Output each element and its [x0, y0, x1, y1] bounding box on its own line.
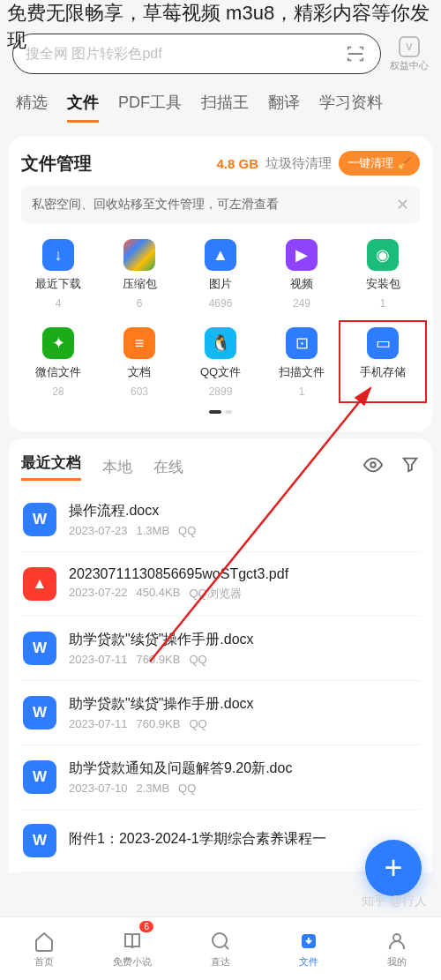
file-count: 603	[131, 385, 148, 398]
file-manage-card: 文件管理 4.8 GB 垃圾待清理 一键清理 🧹 私密空间、回收站移至文件管理，…	[9, 137, 432, 431]
file-item-手机存储[interactable]: ▭手机存储	[346, 327, 420, 398]
filter-icon[interactable]	[400, 455, 420, 478]
doc-name: 附件1：2023-2024-1学期综合素养课程一	[69, 830, 418, 849]
notice-bar: 私密空间、回收站移至文件管理，可左滑查看 ✕	[21, 186, 420, 223]
file-name: 图片	[209, 276, 232, 292]
file-name: 文档	[128, 364, 151, 380]
nav-首页[interactable]: 首页	[0, 917, 88, 980]
doc-name: 助学贷款通知及问题解答9.20新.doc	[69, 759, 418, 778]
doc-meta: 2023-07-102.3MBQQ	[69, 782, 418, 795]
nav-label: 我的	[387, 955, 407, 969]
nav-免费小说[interactable]: 免费小说6	[88, 917, 176, 980]
doc-name: 操作流程.docx	[69, 502, 418, 520]
file-name: QQ文件	[200, 364, 241, 380]
card-title: 文件管理	[21, 152, 92, 176]
file-item-视频[interactable]: ▶视频249	[265, 239, 339, 310]
doc-item[interactable]: W助学贷款通知及问题解答9.20新.doc2023-07-102.3MBQQ	[21, 745, 420, 810]
doc-name: 助学贷款"续贷"操作手册.docx	[69, 695, 418, 714]
tab-精选[interactable]: 精选	[16, 92, 48, 123]
doc-meta: 2023-07-231.3MBQQ	[69, 524, 418, 537]
file-item-QQ文件[interactable]: 🐧QQ文件2899	[183, 327, 258, 398]
doc-tabs: 最近文档本地在线	[21, 453, 420, 481]
doc-item[interactable]: W附件1：2023-2024-1学期综合素养课程一	[21, 810, 420, 872]
file-count: 6	[137, 297, 143, 310]
doc-type-icon: ▲	[23, 567, 56, 601]
file-name: 安装包	[366, 276, 400, 292]
junk-text: 垃圾待清理	[265, 155, 332, 172]
doc-tools	[363, 455, 420, 478]
file-name: 视频	[290, 276, 313, 292]
nav-文件[interactable]: 文件	[265, 917, 353, 980]
file-item-最近下载[interactable]: ↓最近下载4	[21, 239, 95, 310]
nav-直达[interactable]: 直达	[176, 917, 265, 980]
doc-type-icon: W	[23, 503, 56, 536]
doc-name: 20230711130856695woSTgct3.pdf	[69, 566, 418, 582]
tab-扫描王[interactable]: 扫描王	[201, 92, 249, 123]
doc-meta: 2023-07-11760.9KBQQ	[69, 717, 418, 730]
file-icon: ▶	[286, 239, 318, 271]
clean-button[interactable]: 一键清理 🧹	[339, 151, 420, 176]
doc-type-icon: W	[23, 696, 56, 729]
pager-dots	[21, 410, 420, 414]
fab-add-button[interactable]: +	[365, 840, 422, 896]
notice-text: 私密空间、回收站移至文件管理，可左滑查看	[32, 197, 279, 213]
tab-PDF工具[interactable]: PDF工具	[118, 92, 182, 123]
bottom-nav: 首页免费小说6直达文件我的	[0, 916, 441, 980]
dot-inactive	[225, 410, 232, 414]
file-count: 2899	[209, 385, 233, 398]
tab-学习资料[interactable]: 学习资料	[319, 92, 383, 123]
doc-item[interactable]: W操作流程.docx2023-07-231.3MBQQ	[21, 488, 420, 552]
file-item-扫描文件[interactable]: ⊡扫描文件1	[265, 327, 339, 398]
file-icon: ✦	[42, 327, 74, 359]
file-item-图片[interactable]: ▲图片4696	[183, 239, 258, 310]
svg-point-1	[370, 462, 376, 468]
home-icon	[33, 930, 56, 953]
file-count: 4696	[209, 297, 233, 310]
tab-文件[interactable]: 文件	[67, 92, 99, 123]
overlay-title: 免费无限畅享，草莓视频 m3u8，精彩内容等你发现	[7, 0, 434, 55]
svg-point-2	[213, 933, 227, 947]
watermark: 知乎 @行人	[362, 894, 427, 909]
file-icon: ⊡	[286, 327, 318, 359]
file-name: 压缩包	[123, 276, 157, 292]
svg-point-4	[393, 934, 400, 941]
file-icon: ↓	[42, 239, 74, 271]
file-icon: ◉	[367, 239, 399, 271]
file-icon: 🐧	[205, 327, 236, 359]
file-count: 1	[299, 385, 305, 398]
download-icon	[297, 930, 320, 953]
doc-section: 最近文档本地在线 W操作流程.docx2023-07-231.3MBQQ▲202…	[9, 438, 432, 872]
nav-label: 免费小说	[113, 955, 152, 969]
book-icon	[121, 930, 144, 953]
file-grid: ↓最近下载4压缩包6▲图片4696▶视频249◉安装包1✦微信文件28≡文档60…	[21, 239, 420, 398]
doc-tab-在线[interactable]: 在线	[153, 457, 183, 477]
file-count: 249	[293, 297, 310, 310]
highlight-box	[339, 320, 427, 403]
file-icon	[123, 239, 155, 271]
doc-meta: 2023-07-11760.9KBQQ	[69, 653, 418, 666]
doc-item[interactable]: W助学贷款"续贷"操作手册.docx2023-07-11760.9KBQQ	[21, 681, 420, 745]
rights-label: 权益中心	[390, 59, 429, 72]
doc-item[interactable]: ▲20230711130856695woSTgct3.pdf2023-07-22…	[21, 552, 420, 617]
nav-label: 文件	[299, 955, 318, 969]
doc-tab-本地[interactable]: 本地	[102, 457, 132, 477]
file-item-文档[interactable]: ≡文档603	[102, 327, 176, 398]
main-tabs: 精选文件PDF工具扫描王翻译学习资料	[0, 81, 441, 130]
doc-meta: 2023-07-22450.4KBQQ浏览器	[69, 586, 418, 602]
plus-icon: +	[384, 849, 402, 886]
doc-tab-最近文档[interactable]: 最近文档	[21, 453, 81, 481]
file-item-压缩包[interactable]: 压缩包6	[102, 239, 176, 310]
junk-size: 4.8 GB	[216, 156, 258, 171]
file-count: 28	[52, 385, 64, 398]
close-icon[interactable]: ✕	[396, 195, 409, 214]
file-name: 微信文件	[35, 364, 81, 380]
file-count: 1	[380, 297, 386, 310]
file-item-安装包[interactable]: ◉安装包1	[346, 239, 420, 310]
file-name: 最近下载	[35, 276, 81, 292]
file-item-微信文件[interactable]: ✦微信文件28	[21, 327, 95, 398]
doc-item[interactable]: W助学贷款"续贷"操作手册.docx2023-07-11760.9KBQQ	[21, 617, 420, 681]
nav-我的[interactable]: 我的	[353, 917, 441, 980]
eye-icon[interactable]	[363, 455, 383, 478]
tab-翻译[interactable]: 翻译	[268, 92, 300, 123]
search-icon	[209, 930, 232, 953]
